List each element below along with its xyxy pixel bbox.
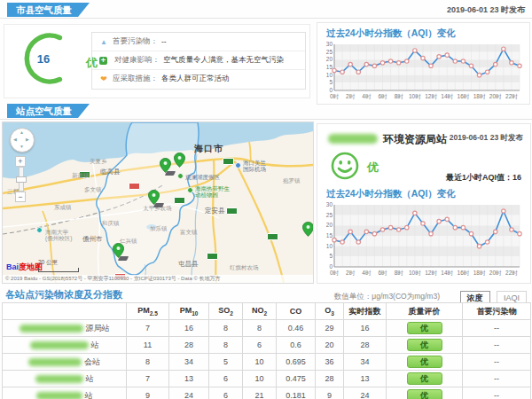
station-map-pin[interactable] [160,158,171,173]
value-cell: 6 [209,371,243,387]
map-label: 和庆镇 [102,220,120,226]
value-cell: 34 [344,354,387,371]
zoom-in-button[interactable]: + [15,156,26,167]
publish-time: 2019-06-01 23 时发布 [447,4,525,16]
value-cell: 0.695 [277,354,316,371]
value-cell: 11 [127,337,169,354]
university-icon [36,227,43,233]
primary-pollutant-cell: -- [463,337,531,354]
map-label: 屯昌县 [178,261,199,269]
svg-text:20: 20 [326,56,333,62]
zoom-slider-track[interactable] [19,167,24,192]
rating-badge: 优 [407,339,442,351]
svg-text:0时: 0时 [330,270,340,276]
primary-pollutant-cell: -- [463,354,531,371]
svg-text:22时: 22时 [505,270,518,276]
station-name-redacted [35,375,83,383]
value-cell: 29 [316,320,344,337]
svg-text:22时: 22时 [505,93,518,99]
road-badge-icon [174,197,185,204]
station-name-inner: 会站 [3,356,126,368]
value-cell: 28 [344,337,387,354]
svg-text:10: 10 [326,243,333,249]
station-detail-card: 环境资源局站 2019-06-01 23 时发布 优 最近1小时AQI值：16 … [317,123,531,284]
city-chart-card: 过去24小时分指数（AQI）变化 0510152025300时2时4时6时8时1… [317,22,530,105]
station-map-pin[interactable] [113,243,124,258]
station-name-redacted [36,392,82,399]
svg-text:10: 10 [326,72,333,78]
rating-badge: 优 [407,322,442,334]
map-label: 观澜湖度假区 [185,174,220,180]
map-scale-bar [38,268,79,272]
baidu-logo-blue: Bai [6,262,19,271]
station-map-pin[interactable] [148,190,160,205]
station-name-inner: 源局站 [3,323,126,334]
svg-text:18时: 18时 [473,93,486,99]
pan-up-icon[interactable]: ▲ [20,130,24,135]
svg-text:25: 25 [326,212,333,218]
station-map-pin[interactable] [174,153,185,168]
smiley-icon [330,151,360,181]
pan-right-icon[interactable]: ▶ [26,137,29,142]
aqi-value: 16 [37,52,50,66]
value-cell: 20 [316,337,344,354]
svg-text:0: 0 [329,263,332,270]
value-cell: 16 [344,320,387,337]
station-aqi-24h-chart: 0510152025300时2时4时6时8时10时12时14时16时18时20时… [321,202,525,277]
air-quality-dashboard: 市县空气质量 2019-06-01 23 时发布 16 优 ▲首要污染物：--+… [0,0,532,399]
city-aqi-card: 16 优 ▲首要污染物：--+对健康影响：空气质量令人满意，基本无空气污染❤应采… [4,24,310,98]
map-label: 定安县 [205,207,225,215]
table-column-header: O3 [316,303,344,320]
zoom-out-button[interactable]: − [15,192,26,202]
svg-text:0: 0 [329,87,332,93]
station-map-pin[interactable] [302,222,314,237]
map-attribution: © 2019 Baidu - GS(2018)5572号 - 甲测资字11009… [3,275,313,283]
rating-cell: 优 [387,337,463,354]
city-aqi-24h-chart: 0510152025300时2时4时6时8时10时12时14时16时18时20时… [321,42,525,100]
recent-aqi: 最近1小时AQI值：16 [446,172,521,184]
map-zoom-control: + − [15,156,27,202]
city-chart-title: 过去24小时分指数（AQI）变化 [326,27,456,40]
map-label: 红旗村农场 [230,264,259,270]
svg-text:12时: 12时 [425,93,437,99]
map-label: 东成镇 [54,204,72,210]
measure-heart-icon: ❤ [98,74,110,83]
map-pan-control[interactable]: ▲ ▼ ◀ ▶ [10,128,35,153]
station-name-cell: 站 [3,337,127,354]
svg-text:5: 5 [329,253,332,259]
pan-down-icon[interactable]: ▼ [20,145,24,149]
svg-text:15: 15 [326,232,333,239]
baidu-logo: Bai度地图 [6,262,43,273]
value-cell: 24 [344,387,387,399]
svg-text:12时: 12时 [425,270,437,276]
value-cell: 8 [209,337,243,354]
station-name-suffix: 源局站 [86,323,110,334]
table-column-header: PM2.5 [127,303,169,320]
info-label: 对健康影响： [114,55,160,66]
map-label: 新盈镇 [72,172,90,178]
baidu-map[interactable]: 海口市海口美兰 国际机场观澜湖度假区海南热带野生 动植物园定安县富文镇加乐镇仁兴… [2,121,314,284]
svg-text:6时: 6时 [378,93,387,99]
table-column-header: 质量评价 [387,303,463,320]
pan-left-icon[interactable]: ◀ [13,137,17,142]
airport-icon [235,162,241,168]
map-label: 海南大学 (儋州校区) [45,229,72,242]
value-cell: 10 [243,354,277,371]
table-column-header: 首要污染物 [463,303,531,320]
primary-pollutant-cell: -- [463,320,531,337]
table-row: 站1128860.62028优-- [3,337,531,354]
value-cell: 10 [243,371,277,387]
svg-text:2时: 2时 [346,270,356,276]
tab-station-air-quality: 站点空气质量 [7,104,90,118]
station-name-cell: 源局站 [3,320,127,337]
station-publish-time: 2019-06-01 23 时发布 [450,133,523,144]
station-name-cell: 站 [3,387,127,399]
value-cell: 36 [316,354,344,371]
station-name-suffix: 站 [91,340,99,351]
road-badge-icon [226,207,238,215]
recent-aqi-label: 最近1小时AQI值： [446,173,512,182]
value-cell: 8 [243,320,277,337]
value-cell: 21 [243,387,277,399]
station-chart-title: 过去24小时分指数（AQI）变化 [326,188,456,200]
zoom-slider-handle[interactable] [16,176,27,183]
